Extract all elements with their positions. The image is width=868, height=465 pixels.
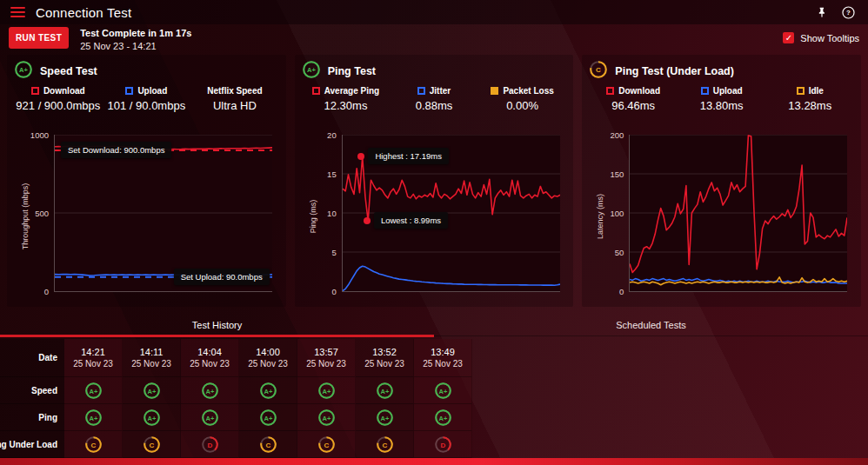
legend-stat: Download96.46ms	[589, 86, 678, 126]
tab-test-history[interactable]: Test History	[0, 314, 434, 335]
history-cell: A+	[123, 404, 181, 431]
legend-stat: Upload13.80ms	[678, 86, 766, 126]
history-cell: C	[356, 431, 414, 458]
svg-text:?: ?	[846, 9, 851, 17]
legend-stat: Download921 / 900.0mbps	[14, 86, 103, 126]
svg-text:A+: A+	[264, 414, 272, 422]
chart-tooltip: Lowest : 8.99ms	[374, 212, 448, 229]
svg-text:A+: A+	[89, 387, 97, 395]
svg-text:D: D	[207, 441, 212, 448]
y-axis-tick: 5	[302, 248, 337, 257]
speed-test-panel: A+ Speed Test Download921 / 900.0mbpsUpl…	[7, 55, 286, 307]
history-row-label: Ping	[0, 404, 64, 431]
legend-value: 12.30ms	[302, 99, 391, 112]
speed-legend: Download921 / 900.0mbpsUpload101 / 90.0m…	[14, 86, 279, 126]
ping-grade-badge: A+	[302, 60, 321, 83]
legend-swatch	[312, 87, 320, 95]
chart-tooltip: Set Upload: 90.0mbps	[174, 269, 270, 285]
history-cell: A+	[414, 404, 472, 431]
svg-text:A+: A+	[19, 66, 28, 74]
history-row-label: Speed	[0, 377, 64, 404]
legend-swatch	[125, 87, 133, 95]
history-cell: A+	[181, 377, 239, 404]
ping-panel-title: Ping Test	[328, 65, 376, 77]
y-axis-tick: 500	[14, 209, 49, 218]
legend-value: 921 / 900.0mbps	[14, 99, 103, 112]
svg-text:A+: A+	[205, 387, 214, 395]
status-line-1: Test Complete in 1m 17s	[80, 27, 191, 40]
legend-label: Packet Loss	[503, 86, 553, 96]
legend-value: 96.46ms	[589, 99, 678, 112]
svg-text:C: C	[382, 441, 387, 448]
svg-text:A+: A+	[147, 387, 156, 395]
history-cell: C	[239, 431, 297, 458]
history-cell: 13:4925 Nov 23	[414, 339, 472, 377]
panels-row: A+ Speed Test Download921 / 900.0mbpsUpl…	[0, 53, 868, 307]
svg-text:A+: A+	[438, 387, 447, 395]
svg-text:C: C	[324, 441, 329, 448]
svg-text:A+: A+	[89, 414, 97, 422]
svg-text:D: D	[440, 441, 445, 448]
history-cell: D	[181, 431, 239, 458]
legend-value: 13.80ms	[678, 99, 766, 112]
speed-chart: Throughput (mbps) 05001000Set Download: …	[14, 128, 279, 305]
ping-chart: Ping (ms) 05101520Highest : 17.19msLowes…	[302, 128, 567, 305]
chart-plot-area[interactable]	[629, 135, 847, 292]
legend-stat: Jitter0.88ms	[390, 86, 478, 126]
run-test-button[interactable]: RUN TEST	[9, 27, 69, 49]
tab-scheduled-tests[interactable]: Scheduled Tests	[434, 314, 868, 335]
legend-stat: Netflix SpeedUltra HD	[190, 86, 279, 126]
legend-stat: Idle13.28ms	[765, 86, 854, 126]
sub-header: RUN TEST Test Complete in 1m 17s 25 Nov …	[0, 24, 868, 53]
load-chart: Latency (ms) 050100150200	[589, 128, 854, 305]
test-history-table: Date14:2125 Nov 2314:1125 Nov 2314:0425 …	[0, 339, 472, 458]
pin-icon[interactable]	[812, 3, 831, 22]
history-cell: A+	[356, 377, 414, 404]
legend-swatch	[491, 87, 498, 95]
history-row-label: Ping Under Load	[0, 431, 64, 458]
legend-swatch	[701, 87, 709, 95]
history-row-label: Date	[0, 339, 64, 377]
history-cell: A+	[297, 377, 356, 404]
history-cell: D	[414, 431, 472, 458]
legend-value: 0.88ms	[390, 99, 478, 112]
tab-bar: Test HistoryScheduled Tests	[0, 314, 868, 336]
legend-label: Average Ping	[324, 86, 380, 96]
legend-label: Download	[618, 86, 660, 96]
test-status: Test Complete in 1m 17s 25 Nov 23 - 14:2…	[80, 27, 191, 54]
y-axis-tick: 10	[302, 209, 337, 218]
history-cell: 13:5225 Nov 23	[356, 339, 414, 377]
history-cell: C	[297, 431, 356, 458]
ping-under-load-panel: C Ping Test (Under Load) Download96.46ms…	[582, 55, 861, 307]
svg-text:A+: A+	[438, 414, 447, 422]
history-cell: A+	[297, 404, 356, 431]
y-axis-tick: 0	[589, 287, 624, 296]
history-cell: 13:5725 Nov 23	[297, 339, 356, 377]
load-legend: Download96.46msUpload13.80msIdle13.28ms	[589, 86, 854, 126]
history-cell: 14:0425 Nov 23	[181, 339, 239, 377]
legend-stat: Average Ping12.30ms	[302, 86, 391, 126]
page-title: Connection Test	[36, 5, 131, 20]
show-tooltips-checkbox[interactable]: ✓	[783, 32, 794, 43]
annotation-dot	[364, 217, 371, 224]
svg-text:A+: A+	[307, 66, 316, 74]
svg-text:C: C	[90, 441, 96, 448]
legend-label: Jitter	[430, 86, 451, 96]
y-axis-tick: 0	[302, 287, 337, 296]
history-cell: A+	[64, 377, 123, 404]
legend-label: Upload	[137, 86, 167, 96]
legend-swatch	[606, 87, 614, 95]
y-axis-tick: 1000	[14, 130, 49, 140]
history-cell: A+	[414, 377, 472, 404]
svg-text:A+: A+	[380, 387, 389, 395]
y-axis-tick: 0	[14, 287, 49, 296]
legend-value: 101 / 90.0mbps	[103, 99, 191, 112]
history-cell: A+	[239, 377, 297, 404]
history-cell: C	[64, 431, 123, 458]
y-axis-tick: 200	[589, 130, 624, 140]
history-cell: A+	[356, 404, 414, 431]
help-icon[interactable]: ?	[838, 3, 858, 22]
svg-text:A+: A+	[147, 414, 156, 422]
legend-value: Ultra HD	[190, 99, 279, 112]
hamburger-menu-icon[interactable]	[10, 7, 25, 17]
